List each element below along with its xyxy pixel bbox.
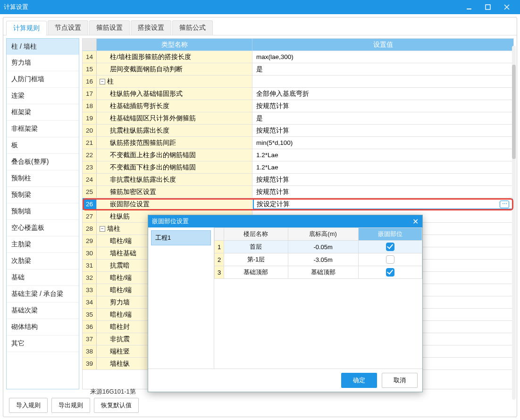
elevation-cell: 基础顶部 — [288, 266, 358, 279]
fixed-checkbox[interactable] — [386, 268, 394, 277]
sidebar-item-15[interactable]: 基础主梁 / 承台梁 — [7, 286, 79, 302]
sidebar-item-11[interactable]: 空心楼盖板 — [7, 220, 79, 236]
sidebar-item-9[interactable]: 预制梁 — [7, 187, 79, 203]
type-name-cell: 层间变截面钢筋自动判断 — [97, 63, 252, 75]
tab-0[interactable]: 计算规则 — [6, 21, 47, 35]
grid-row[interactable]: 21纵筋搭接范围箍筋间距min(5*d,100) — [83, 137, 513, 149]
sidebar-item-10[interactable]: 预制墙 — [7, 203, 79, 220]
tab-1[interactable]: 节点设置 — [48, 20, 88, 35]
fixed-position-dialog: 嵌固部位设置 ✕ 工程1 楼层名称 底标高(m) 嵌固部位 1首层-0.05m2… — [148, 215, 423, 392]
value-cell[interactable]: 1.2*Lae — [252, 149, 513, 161]
floor-row[interactable]: 3基础顶部基础顶部 — [215, 266, 422, 279]
col-elevation: 底标高(m) — [288, 228, 358, 241]
sidebar-item-5[interactable]: 非框架梁 — [7, 121, 79, 137]
grid-row[interactable]: 19柱基础锚固区只计算外侧箍筋是 — [83, 112, 513, 125]
ok-button[interactable]: 确定 — [341, 373, 377, 388]
sidebar-item-0[interactable]: 柱 / 墙柱 — [6, 38, 79, 55]
row-number: 28 — [83, 223, 97, 235]
row-number: 19 — [83, 112, 97, 124]
floor-row[interactable]: 1首层-0.05m — [215, 241, 422, 253]
value-cell[interactable]: 1.2*Lae — [252, 161, 513, 173]
value-cell[interactable]: 是 — [252, 63, 513, 75]
value-cell[interactable]: 按规范计算 — [252, 125, 513, 136]
import-rules-button[interactable]: 导入规则 — [9, 398, 48, 413]
scrollbar-thumb[interactable] — [512, 65, 516, 159]
value-cell[interactable]: 按规范计算 — [252, 186, 513, 198]
row-number: 37 — [83, 333, 97, 345]
sidebar-item-16[interactable]: 基础次梁 — [7, 302, 79, 319]
tab-3[interactable]: 搭接设置 — [131, 20, 171, 35]
grid-row[interactable]: 17柱纵筋伸入基础锚固形式全部伸入基底弯折 — [83, 88, 513, 100]
sidebar-item-4[interactable]: 框架梁 — [7, 104, 79, 121]
fixed-cell[interactable] — [358, 266, 422, 279]
reset-defaults-button[interactable]: 恢复默认值 — [94, 398, 139, 413]
fixed-cell[interactable] — [358, 241, 422, 253]
type-name-cell: 不变截面上柱多出的钢筋锚固 — [97, 149, 252, 161]
value-cell[interactable]: 按设定计算⋯ — [253, 199, 513, 210]
row-number: 32 — [83, 272, 97, 284]
sidebar-item-12[interactable]: 主肋梁 — [7, 236, 79, 253]
sidebar-item-17[interactable]: 砌体结构 — [7, 319, 79, 336]
grid-row[interactable]: 18柱基础插筋弯折长度按规范计算 — [83, 100, 513, 112]
minimize-button[interactable] — [460, 0, 478, 14]
collapse-icon[interactable]: − — [100, 79, 105, 84]
value-cell[interactable] — [252, 76, 513, 87]
close-button[interactable] — [497, 0, 516, 14]
row-number: 36 — [83, 321, 97, 333]
fixed-checkbox[interactable] — [386, 243, 394, 251]
floor-row-index: 1 — [215, 241, 224, 253]
value-cell[interactable]: 是 — [252, 112, 513, 124]
sidebar-item-18[interactable]: 其它 — [7, 336, 79, 352]
grid-row[interactable]: 22不变截面上柱多出的钢筋锚固1.2*Lae — [83, 149, 513, 161]
dialog-close-button[interactable]: ✕ — [412, 217, 419, 226]
export-rules-button[interactable]: 导出规则 — [51, 398, 90, 413]
row-number: 38 — [83, 345, 97, 357]
row-number: 31 — [83, 260, 97, 271]
sidebar-item-14[interactable]: 基础 — [7, 269, 79, 286]
type-name-cell: 柱基础插筋弯折长度 — [97, 100, 252, 112]
sidebar-item-3[interactable]: 连梁 — [7, 88, 79, 104]
grid-row[interactable]: 24非抗震柱纵筋露出长度按规范计算 — [83, 174, 513, 186]
type-name-cell: 柱/墙柱圆形箍筋的搭接长度 — [97, 51, 252, 63]
value-cell[interactable]: min(5*d,100) — [252, 137, 513, 149]
fixed-cell[interactable] — [358, 253, 422, 266]
grid-row[interactable]: 15层间变截面钢筋自动判断是 — [83, 63, 513, 76]
row-number: 33 — [83, 284, 97, 296]
maximize-button[interactable] — [478, 0, 497, 14]
sidebar-item-6[interactable]: 板 — [7, 137, 79, 154]
grid-row[interactable]: 23不变截面下柱多出的钢筋锚固1.2*Lae — [83, 161, 513, 174]
floor-row[interactable]: 2第-1层-3.05m — [215, 253, 422, 266]
type-name-cell: 柱基础锚固区只计算外侧箍筋 — [97, 112, 252, 124]
grid-row[interactable]: 26嵌固部位设置按设定计算⋯ — [83, 198, 513, 210]
row-number: 26 — [83, 198, 97, 210]
category-sidebar: 柱 / 墙柱剪力墙人防门框墙连梁框架梁非框架梁板叠合板(整厚)预制柱预制梁预制墙… — [6, 38, 79, 389]
fixed-checkbox[interactable] — [386, 255, 394, 264]
sidebar-item-1[interactable]: 剪力墙 — [7, 55, 79, 71]
grid-row[interactable]: 16−柱 — [83, 76, 513, 88]
grid-row[interactable]: 14柱/墙柱圆形箍筋的搭接长度max(lae,300) — [83, 51, 513, 63]
type-name-cell: 纵筋搭接范围箍筋间距 — [97, 137, 252, 149]
tab-2[interactable]: 箍筋设置 — [89, 20, 130, 35]
sidebar-item-2[interactable]: 人防门框墙 — [7, 71, 79, 88]
svg-rect-1 — [486, 5, 490, 9]
row-number: 27 — [83, 210, 97, 222]
collapse-icon[interactable]: − — [100, 226, 105, 232]
sidebar-item-13[interactable]: 次肋梁 — [7, 253, 79, 269]
value-cell[interactable]: 按规范计算 — [252, 174, 513, 185]
tab-4[interactable]: 箍筋公式 — [172, 20, 213, 35]
grid-row[interactable]: 25箍筋加密区设置按规范计算 — [83, 186, 513, 198]
floor-row-index: 2 — [215, 253, 224, 266]
value-cell[interactable]: max(lae,300) — [252, 51, 513, 63]
value-cell[interactable]: 按规范计算 — [252, 100, 513, 112]
scrollbar[interactable] — [512, 46, 516, 400]
project-node[interactable]: 工程1 — [151, 230, 211, 245]
value-cell[interactable]: 全部伸入基底弯折 — [252, 88, 513, 100]
row-number: 21 — [83, 137, 97, 149]
open-picker-button[interactable]: ⋯ — [500, 201, 509, 208]
grid-row[interactable]: 20抗震柱纵筋露出长度按规范计算 — [83, 125, 513, 137]
elevation-cell: -0.05m — [288, 241, 358, 253]
tab-bar: 计算规则节点设置箍筋设置搭接设置箍筋公式 — [3, 17, 517, 35]
sidebar-item-8[interactable]: 预制柱 — [7, 170, 79, 187]
cancel-button[interactable]: 取消 — [382, 373, 418, 388]
sidebar-item-7[interactable]: 叠合板(整厚) — [7, 154, 79, 170]
